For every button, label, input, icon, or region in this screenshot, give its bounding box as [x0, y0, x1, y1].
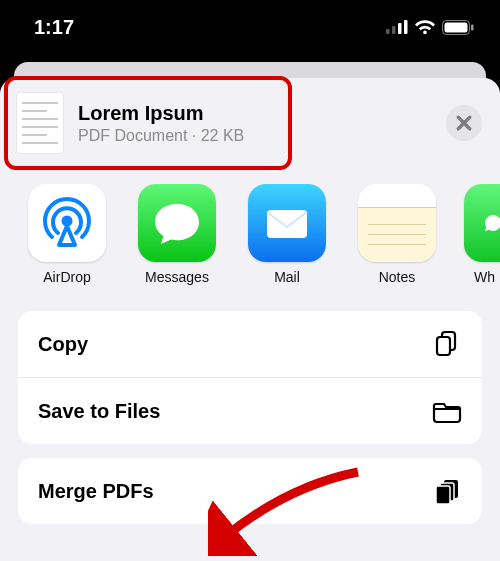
app-whatsapp[interactable]: Wh: [464, 184, 500, 285]
svg-rect-1: [392, 26, 396, 34]
mail-icon: [248, 184, 326, 262]
action-save-to-files[interactable]: Save to Files: [18, 377, 482, 444]
document-title: Lorem Ipsum: [78, 101, 432, 125]
share-sheet: Lorem Ipsum PDF Document · 22 KB: [0, 78, 500, 561]
status-time: 1:17: [34, 16, 74, 39]
folder-icon: [432, 396, 462, 426]
action-label: Copy: [38, 333, 88, 356]
notes-icon: [358, 184, 436, 262]
action-group-2: Merge PDFs: [18, 458, 482, 524]
status-bar: 1:17: [0, 0, 500, 54]
action-label: Save to Files: [38, 400, 160, 423]
app-label: AirDrop: [43, 269, 90, 285]
whatsapp-icon: [464, 184, 500, 262]
status-indicators: [386, 20, 474, 35]
app-label: Wh: [474, 269, 495, 285]
app-label: Notes: [379, 269, 416, 285]
svg-rect-5: [445, 22, 468, 32]
app-messages[interactable]: Messages: [134, 184, 220, 285]
battery-icon: [442, 20, 474, 35]
wifi-icon: [414, 20, 436, 35]
svg-rect-6: [471, 24, 474, 30]
close-button[interactable]: [446, 105, 482, 141]
document-thumbnail: [16, 92, 64, 154]
action-label: Merge PDFs: [38, 480, 154, 503]
svg-rect-8: [267, 210, 307, 238]
app-label: Mail: [274, 269, 300, 285]
close-icon: [456, 115, 472, 131]
document-subtitle: PDF Document · 22 KB: [78, 127, 432, 145]
action-group-1: Copy Save to Files: [18, 311, 482, 444]
cellular-icon: [386, 20, 408, 34]
action-copy[interactable]: Copy: [18, 311, 482, 377]
app-airdrop[interactable]: AirDrop: [24, 184, 110, 285]
svg-rect-14: [436, 486, 450, 504]
document-meta: Lorem Ipsum PDF Document · 22 KB: [78, 101, 432, 145]
svg-rect-10: [437, 337, 450, 355]
svg-rect-2: [398, 23, 402, 34]
action-merge-pdfs[interactable]: Merge PDFs: [18, 458, 482, 524]
app-label: Messages: [145, 269, 209, 285]
copy-icon: [432, 329, 462, 359]
share-header: Lorem Ipsum PDF Document · 22 KB: [0, 78, 500, 168]
stack-icon: [432, 476, 462, 506]
svg-rect-0: [386, 29, 390, 34]
app-mail[interactable]: Mail: [244, 184, 330, 285]
airdrop-icon: [28, 184, 106, 262]
share-apps-row[interactable]: AirDrop Messages Mail Notes: [0, 168, 500, 293]
app-notes[interactable]: Notes: [354, 184, 440, 285]
messages-icon: [138, 184, 216, 262]
svg-rect-3: [404, 20, 408, 34]
